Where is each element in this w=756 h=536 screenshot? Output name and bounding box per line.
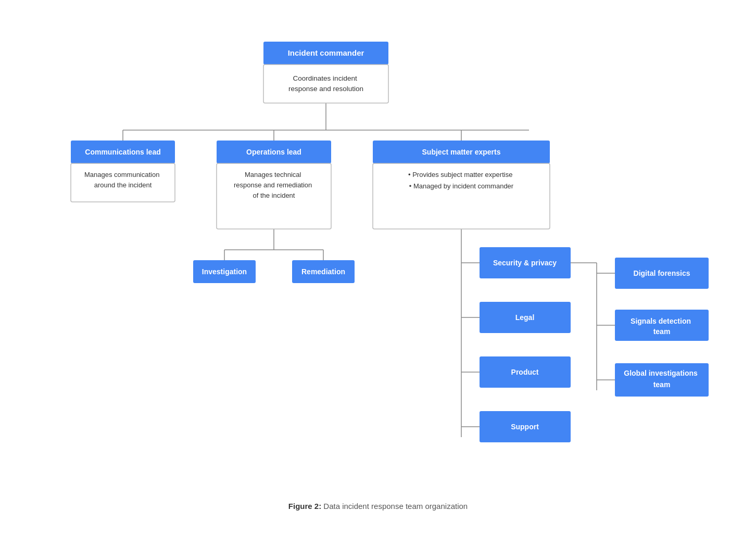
remediation-node: Remediation [292, 260, 355, 283]
figure-caption: Figure 2: Data incident response team or… [288, 502, 468, 511]
operations-lead-header: Operations lead [217, 141, 331, 163]
figure-desc: Data incident response team organization [323, 502, 468, 511]
svg-text:Communications lead: Communications lead [85, 148, 160, 156]
communications-lead-body: Manages communication around the inciden… [71, 163, 175, 202]
signals-detection-team-node: Signals detection team [615, 310, 709, 341]
svg-text:Operations lead: Operations lead [246, 148, 301, 156]
digital-forensics-node: Digital forensics [615, 258, 709, 289]
svg-text:Remediation: Remediation [301, 267, 345, 276]
svg-text:Product: Product [511, 368, 539, 376]
incident-commander-body: Coordinates incident response and resolu… [263, 65, 388, 103]
security-privacy-node: Security & privacy [480, 247, 571, 278]
svg-text:Incident commander: Incident commander [288, 48, 364, 57]
subject-matter-experts-body: • Provides subject matter expertise • Ma… [373, 163, 550, 229]
svg-text:Security & privacy: Security & privacy [493, 259, 557, 267]
legal-node: Legal [480, 302, 571, 333]
incident-commander-header: Incident commander [263, 42, 388, 65]
support-node: Support [480, 411, 571, 442]
svg-text:Support: Support [511, 423, 539, 431]
global-investigations-team-node: Global investigations team [615, 363, 709, 397]
org-chart-svg: Incident commander Coordinates incident … [66, 26, 690, 474]
svg-rect-52 [615, 363, 709, 397]
svg-rect-22 [263, 65, 388, 103]
svg-rect-50 [615, 310, 709, 341]
subject-matter-experts-header: Subject matter experts [373, 141, 550, 163]
operations-lead-body: Manages technical response and remediati… [217, 163, 331, 229]
svg-text:Subject matter experts: Subject matter experts [422, 148, 501, 156]
investigation-node: Investigation [193, 260, 256, 283]
svg-text:Investigation: Investigation [202, 267, 247, 276]
product-node: Product [480, 356, 571, 388]
svg-text:Legal: Legal [515, 313, 535, 322]
svg-text:Digital forensics: Digital forensics [634, 269, 690, 277]
figure-label: Figure 2: [288, 502, 321, 511]
diagram-container: Incident commander Coordinates incident … [66, 26, 690, 476]
communications-lead-header: Communications lead [71, 141, 175, 163]
